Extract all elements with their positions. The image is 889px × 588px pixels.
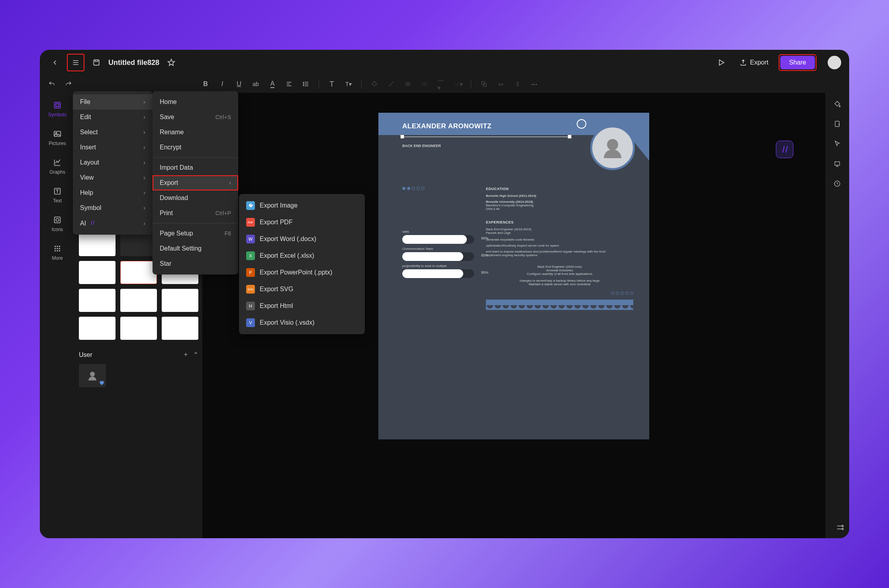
menu-item-export-visio-vsdx-[interactable]: VExport Visio (.vsdx) [239, 314, 365, 331]
svg-rect-24 [835, 121, 840, 127]
word-icon: W [246, 235, 255, 243]
paint-bucket-icon[interactable] [833, 100, 841, 108]
menu-item-save[interactable]: SaveCtrl+S [153, 110, 238, 125]
save-icon[interactable] [89, 55, 104, 70]
pictures-icon [52, 129, 63, 139]
more-tools-button[interactable]: ⋯ [530, 80, 538, 88]
italic-button[interactable]: I [218, 80, 226, 88]
ai-badge[interactable] [776, 141, 793, 158]
text-dropdown[interactable]: T▾ [345, 80, 352, 88]
main-menu-button[interactable] [67, 54, 84, 71]
bold-button[interactable]: B [202, 80, 210, 88]
cursor-icon[interactable] [833, 140, 841, 148]
menu-item-rename[interactable]: Rename [153, 125, 238, 140]
chevron-right-icon: › [143, 220, 145, 227]
menu-item-symbol[interactable]: Symbol› [73, 200, 153, 216]
template-item[interactable] [120, 261, 157, 284]
menu-item-download[interactable]: Download [153, 190, 238, 206]
menu-item-page-setup[interactable]: Page SetupF6 [153, 226, 238, 241]
settings-toggle-icon[interactable] [836, 523, 844, 533]
line-spacing-button[interactable] [302, 80, 310, 88]
menu-item-edit[interactable]: Edit› [73, 110, 153, 125]
stroke-button[interactable] [387, 80, 395, 88]
lowercase-button[interactable]: ab [252, 80, 260, 88]
user-template-item[interactable] [79, 364, 106, 387]
flip-v-button[interactable]: ⇕ [513, 80, 521, 88]
user-avatar[interactable] [828, 56, 841, 69]
svg-point-23 [607, 139, 618, 150]
svg-point-16 [55, 250, 56, 252]
template-item[interactable] [162, 289, 198, 312]
line-end-button[interactable]: —▾ [437, 80, 445, 88]
menu-item-home[interactable]: Home [153, 94, 238, 110]
export-button[interactable]: Export [734, 56, 774, 69]
collapse-user-section-button[interactable]: ⌃ [193, 351, 198, 359]
redo-button[interactable] [65, 80, 72, 88]
menu-item-layout[interactable]: Layout› [73, 155, 153, 170]
menu-item-insert[interactable]: Insert› [73, 140, 153, 155]
template-item[interactable] [79, 289, 116, 312]
menu-item-import-data[interactable]: Import Data [153, 160, 238, 175]
fill-button[interactable] [370, 80, 378, 88]
rail-text[interactable]: Text [52, 186, 63, 204]
menu-item-ai[interactable]: AI› [73, 216, 153, 231]
menu-item-file[interactable]: File› [73, 94, 153, 110]
flip-h-button[interactable]: ⇔ [497, 80, 505, 88]
menu-item-export-image[interactable]: �Export Image [239, 197, 365, 214]
undo-button[interactable] [48, 80, 56, 88]
template-item[interactable] [79, 261, 116, 284]
svg-rect-4 [56, 104, 59, 106]
selection-handle[interactable] [400, 135, 404, 139]
rail-pictures[interactable]: Pictures [49, 129, 66, 146]
menu-item-default-setting[interactable]: Default Setting [153, 241, 238, 256]
template-item[interactable] [79, 233, 116, 256]
menu-item-encrypt[interactable]: Encrypt [153, 140, 238, 155]
line-style-button[interactable] [404, 80, 412, 88]
group-button[interactable] [480, 80, 488, 88]
menu-item-help[interactable]: Help› [73, 185, 153, 200]
font-color-button[interactable]: A [268, 80, 276, 88]
menu-item-export-powerpoint-pptx-[interactable]: PExport PowerPoint (.pptx) [239, 264, 365, 281]
rail-graphs[interactable]: Graphs [49, 157, 65, 175]
template-item[interactable] [162, 317, 198, 340]
underline-button[interactable]: U [235, 80, 243, 88]
menu-item-export-html[interactable]: HExport Html [239, 298, 365, 314]
star-button[interactable] [164, 55, 178, 70]
share-button[interactable]: Share [780, 56, 815, 69]
arrow-button[interactable]: →▾ [454, 80, 462, 88]
menu-item-star[interactable]: Star [153, 256, 238, 271]
svg-point-27 [842, 525, 844, 527]
add-user-template-button[interactable]: + [184, 351, 188, 359]
titlebar: Untitled file828 Export Share [40, 50, 849, 75]
history-icon[interactable] [833, 180, 841, 188]
template-item[interactable] [120, 317, 157, 340]
dash-button[interactable] [421, 80, 429, 88]
svg-rect-3 [55, 102, 61, 108]
selected-line[interactable] [402, 137, 570, 137]
menu-item-select[interactable]: Select› [73, 125, 153, 140]
menu-item-print[interactable]: PrintCtrl+P [153, 206, 238, 221]
svg-point-22 [90, 372, 95, 376]
template-item[interactable] [120, 289, 157, 312]
rail-symbols[interactable]: Symbols [48, 100, 67, 118]
align-button[interactable] [285, 80, 293, 88]
text-tool-button[interactable]: T [328, 80, 336, 88]
menu-item-view[interactable]: View› [73, 170, 153, 185]
presentation-icon[interactable] [833, 160, 841, 168]
back-button[interactable] [48, 55, 62, 70]
rail-icons[interactable]: Icons [52, 215, 63, 232]
menu-item-export-word-docx-[interactable]: WExport Word (.docx) [239, 231, 365, 247]
add-page-icon[interactable] [833, 120, 841, 128]
menu-item-export[interactable]: Export› [153, 175, 238, 190]
menu-item-export-svg[interactable]: SVGExport SVG [239, 281, 365, 298]
play-button[interactable] [713, 55, 729, 71]
template-item[interactable] [79, 317, 116, 340]
pdf-icon: PDF [246, 218, 255, 227]
selection-handle[interactable] [568, 135, 572, 139]
rail-more[interactable]: More [52, 243, 63, 261]
document[interactable]: ALEXANDER ARONOWITZ BACK END ENGINEER sk… [378, 113, 649, 439]
svg-point-10 [55, 246, 56, 247]
menu-item-export-excel-xlsx-[interactable]: XExport Excel (.xlsx) [239, 247, 365, 264]
template-item[interactable] [120, 233, 157, 256]
menu-item-export-pdf[interactable]: PDFExport PDF [239, 214, 365, 231]
